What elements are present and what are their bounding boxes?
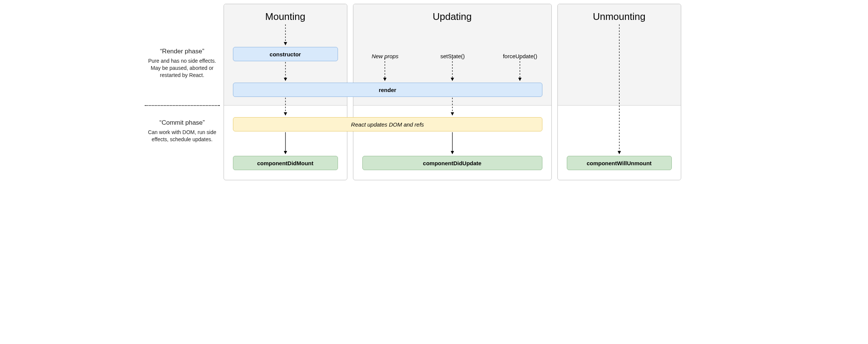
- commit-phase-label: “Commit phase” Can work with DOM, run si…: [145, 119, 220, 143]
- mounting-title: Mounting: [224, 11, 347, 23]
- phase-divider: [145, 105, 220, 106]
- will-unmount-node[interactable]: componentWillUnmount: [567, 156, 672, 170]
- commit-phase-title: “Commit phase”: [145, 119, 220, 127]
- did-mount-node[interactable]: componentDidMount: [233, 156, 338, 170]
- commit-phase-desc: Can work with DOM, run side effects, sch…: [145, 129, 220, 143]
- new-props-trigger: New props: [366, 53, 404, 59]
- render-phase-label: “Render phase” Pure and has no side effe…: [145, 47, 220, 79]
- updating-title: Updating: [353, 11, 551, 23]
- render-phase-title: “Render phase”: [145, 47, 220, 56]
- column-unmounting: Unmounting: [557, 4, 681, 180]
- dom-refs-node: React updates DOM and refs: [233, 117, 542, 131]
- forceupdate-trigger: forceUpdate(): [502, 53, 539, 59]
- lifecycle-diagram: “Render phase” Pure and has no side effe…: [145, 0, 724, 229]
- did-update-node[interactable]: componentDidUpdate: [362, 156, 542, 170]
- render-node[interactable]: render: [233, 83, 542, 97]
- setstate-trigger: setState(): [434, 53, 472, 59]
- render-phase-desc: Pure and has no side effects. May be pau…: [145, 57, 220, 79]
- constructor-node[interactable]: constructor: [233, 47, 338, 61]
- unmounting-title: Unmounting: [558, 11, 681, 23]
